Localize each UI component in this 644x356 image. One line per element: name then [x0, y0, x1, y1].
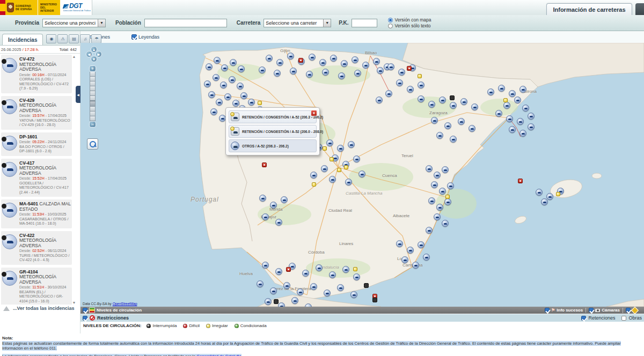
incident-marker[interactable] [237, 83, 244, 90]
incident-marker[interactable] [487, 88, 494, 95]
incident-marker[interactable] [469, 125, 475, 132]
incident-marker[interactable] [541, 198, 548, 205]
incident-marker[interactable] [258, 101, 262, 105]
leyendas-checkbox[interactable] [131, 34, 137, 40]
incident-marker[interactable] [213, 74, 219, 81]
incident-marker[interactable] [208, 91, 215, 98]
incident-marker[interactable] [354, 70, 361, 77]
incident-marker[interactable] [337, 284, 344, 291]
obras-checkbox[interactable] [621, 316, 626, 321]
incident-marker[interactable] [352, 56, 358, 63]
radio-version-texto[interactable] [388, 24, 393, 28]
incident-marker[interactable] [407, 86, 414, 93]
tab-incidencias[interactable]: Incidencias [2, 34, 43, 45]
incident-marker[interactable] [248, 99, 255, 106]
incident-marker[interactable] [259, 66, 266, 73]
incident-marker[interactable] [364, 283, 369, 288]
incident-list-item[interactable]: CV-472 METEOROLOGÍA ADVERSA Desde: 00:16… [1, 55, 72, 93]
incident-marker[interactable] [312, 182, 316, 187]
panel-icon[interactable]: ▤ [69, 34, 79, 43]
incident-marker[interactable] [302, 270, 309, 277]
incident-marker[interactable] [290, 68, 297, 75]
incident-marker[interactable] [278, 302, 285, 307]
incident-marker[interactable] [309, 54, 316, 61]
incident-marker[interactable] [439, 97, 446, 103]
restricciones-checkbox[interactable] [83, 316, 87, 321]
radio-version-mapa[interactable] [388, 18, 393, 23]
audio-icon[interactable]: ♫ [80, 34, 90, 43]
incident-marker[interactable] [450, 136, 457, 143]
incident-list-item[interactable]: MA-5401 CALZADA MAL ESTADO Desde: 11:53H… [1, 199, 72, 228]
incident-marker[interactable] [398, 69, 405, 76]
poblacion-input[interactable] [144, 19, 227, 27]
carretera-select[interactable]: Seleccione una carreter ▼ [264, 19, 331, 27]
layer-checkbox[interactable] [545, 308, 550, 313]
incident-marker[interactable] [341, 60, 348, 67]
incident-marker[interactable] [281, 196, 288, 203]
incident-marker[interactable] [329, 176, 336, 183]
magnifier-button[interactable] [87, 138, 98, 150]
incident-marker[interactable] [350, 291, 357, 298]
incident-marker[interactable] [431, 117, 438, 124]
popup-incident-row[interactable]: OTROS / A-52 (206.3 - 206.2) [229, 139, 317, 152]
incident-marker[interactable] [506, 115, 513, 122]
incident-marker[interactable] [519, 130, 526, 137]
incident-marker[interactable] [275, 219, 282, 226]
incident-marker[interactable] [376, 97, 383, 103]
incident-marker[interactable] [353, 273, 360, 280]
incident-list-item[interactable]: CV-422 METEOROLOGÍA ADVERSA Desde: 02:52… [1, 231, 72, 265]
incident-marker[interactable] [262, 262, 269, 269]
incident-marker[interactable] [498, 85, 505, 92]
incident-marker[interactable] [358, 170, 365, 177]
incident-marker[interactable] [259, 195, 266, 202]
incident-marker[interactable] [342, 266, 349, 273]
incident-marker[interactable] [224, 93, 231, 100]
incident-marker[interactable] [517, 118, 524, 125]
collapsed-tab-stub[interactable] [635, 3, 644, 15]
incident-marker[interactable] [262, 162, 267, 167]
incident-marker[interactable] [324, 290, 331, 296]
incident-marker[interactable] [230, 59, 237, 66]
incident-marker[interactable] [495, 110, 502, 117]
incident-marker[interactable] [265, 298, 272, 305]
incident-marker[interactable] [445, 195, 450, 199]
incident-marker[interactable] [428, 197, 435, 204]
incident-marker[interactable] [274, 299, 279, 304]
incident-marker[interactable] [519, 86, 526, 93]
popup-incident-row[interactable]: RETENCIÓN / CONGESTIÓN / A-52 (206.3 - 2… [229, 110, 317, 123]
incident-marker[interactable] [330, 157, 334, 161]
incident-marker[interactable] [418, 241, 425, 248]
traffic-map[interactable]: PortugalGijónBilbaoGironaZaragozaTeruelC… [80, 43, 644, 307]
scroll-down-icon[interactable]: ▼ [72, 301, 76, 305]
provincia-select[interactable]: Seleccione una provinci ▼ [42, 19, 106, 27]
incident-marker[interactable] [216, 99, 223, 106]
incident-marker[interactable] [214, 57, 221, 64]
tab-informacion-carreteras[interactable]: Información de carreteras [546, 3, 632, 16]
incident-marker[interactable] [418, 95, 425, 102]
weather-icon[interactable]: ☂ [91, 34, 101, 43]
incident-marker[interactable] [509, 126, 516, 133]
incident-marker[interactable] [270, 202, 277, 209]
incident-marker[interactable] [522, 105, 529, 112]
incident-marker[interactable] [257, 280, 264, 287]
incident-marker[interactable] [338, 72, 345, 79]
incident-marker[interactable] [509, 90, 516, 97]
incident-list-item[interactable]: GR-4104 METEOROLOGÍA ADVERSA Desde: 11:5… [1, 268, 72, 305]
incident-marker[interactable] [266, 55, 273, 62]
incident-marker[interactable] [316, 264, 323, 271]
incident-marker[interactable] [396, 240, 403, 247]
incident-marker[interactable] [220, 81, 227, 88]
incident-marker[interactable] [287, 53, 294, 60]
incident-marker[interactable] [298, 58, 303, 63]
incident-marker[interactable] [434, 172, 441, 179]
incident-marker[interactable] [344, 165, 348, 169]
incident-marker[interactable] [444, 198, 451, 205]
incident-marker[interactable] [210, 108, 217, 115]
incident-marker[interactable] [206, 63, 213, 70]
incident-marker[interactable] [362, 62, 369, 69]
zoom-in-icon[interactable]: + [89, 65, 96, 72]
incident-marker[interactable] [431, 181, 438, 188]
incident-marker[interactable] [238, 65, 245, 72]
pan-right-icon[interactable]: ▶ [96, 51, 102, 57]
incident-marker[interactable] [377, 67, 384, 74]
